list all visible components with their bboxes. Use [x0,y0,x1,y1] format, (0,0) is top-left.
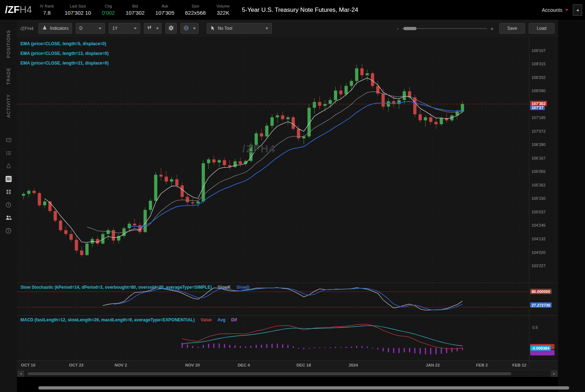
price-axis-label: 106'055 [532,169,546,174]
stat-value: 107'302 10 [65,10,91,16]
date-axis-row: OCT 10OCT 23NOV 2NOV 20DEC 4DEC 182024JA… [17,360,558,370]
macd-label[interactable]: MACD (fastLength=12, slowLength=26, macd… [20,317,195,322]
chart-monitor-icon[interactable] [5,136,13,144]
scrollbar-thumb[interactable] [28,372,511,375]
price-axis-label: 108'090 [532,89,546,93]
stochastic-label-row: Slow Stochastic (kPeriod=14, dPeriod=3, … [20,285,250,290]
price-axis-label: 109'107 [532,48,546,53]
chart-toolbar: /ZFH4 Indicators D 1Y [17,20,558,37]
price-axis-label: 103'227 [532,264,546,268]
macd-gridline-label: 0.5 [532,325,538,330]
macd-axis[interactable]: 0.5 -0.009384 [529,316,558,360]
sidebar-tab-positions[interactable]: POSITIONS [6,30,11,58]
date-axis-label: JAN 22 [426,363,440,367]
chart-type-dropdown[interactable] [144,23,162,34]
zoom-slider-handle[interactable] [404,27,416,30]
quote-header: /ZFH4 IV Rank 7.8 Last Size 107'302 10 C… [0,0,585,20]
sidebar-icons: ? [5,136,13,235]
date-axis-label: NOV 2 [115,363,127,367]
chevron-down-icon [193,28,196,29]
price-axis-label: 104'245 [532,223,546,227]
tool-label: No Tool [218,26,232,31]
macd-chart[interactable]: MACD (fastLength=12, slowLength=26, macd… [17,316,529,360]
chevron-down-icon [156,28,159,29]
scroll-right-button[interactable]: ▸ [551,371,557,377]
stat-chg: Chg 0'002 [102,4,115,16]
ema13-label[interactable]: EMA (price=CLOSE, length=13, displace=0) [20,49,109,58]
window-scrollbar-thumb[interactable] [38,386,569,389]
zoom-slider-track[interactable] [402,28,487,29]
save-button[interactable]: Save [499,23,525,34]
stat-size: Size 622x568 [185,4,206,16]
chevron-down-icon [565,9,569,11]
settings-button[interactable] [165,23,177,34]
zoom-out-button[interactable]: - [397,25,398,32]
date-axis[interactable]: OCT 10OCT 23NOV 2NOV 20DEC 4DEC 182024JA… [17,361,529,370]
ema21-label[interactable]: EMA (price=CLOSE, length=21, displace=0) [20,58,109,68]
clock-icon[interactable] [5,201,13,209]
header-right: Accounts ◂ [542,4,582,16]
instrument-title: 5-Year U.S. Treasury Note Futures, Mar-2… [242,6,358,14]
sidebar-tab-activity[interactable]: ACTIVITY [6,94,11,118]
load-label: Load [537,26,547,31]
accounts-dropdown[interactable]: Accounts [542,7,569,13]
date-axis-label: DEC 18 [297,363,311,367]
price-axis-label: 107'072 [532,129,546,133]
stochastic-axis[interactable]: 80.000000 27.272730 [529,283,558,315]
stochastic-panel-row: Slow Stochastic (kPeriod=14, dPeriod=3, … [17,283,558,315]
grid-squares-icon[interactable] [5,188,13,196]
symbol-title: /ZFH4 [5,4,32,15]
stochastic-chart[interactable]: Slow Stochastic (kPeriod=14, dPeriod=3, … [17,283,529,315]
price-axis-label: 108'202 [532,75,546,80]
indicators-label: Indicators [50,26,69,31]
date-axis-label: FEB 12 [512,363,526,367]
price-axis[interactable]: 107'27 107'302 109'107108'315108'202108'… [529,37,558,283]
price-chart[interactable]: EMA (price=CLOSE, length=5, displace=0) … [17,37,529,283]
stat-value: 622x568 [185,10,206,16]
stat-label: IV Rank [40,4,54,8]
zoom-control: - + [397,25,494,32]
drawing-tool-dropdown[interactable]: No Tool [207,23,272,34]
active-chart-grid-icon[interactable] [5,175,13,183]
range-value: 1Y [112,26,118,31]
scroll-left-button[interactable]: ◂ [18,371,24,377]
globe-grid-dropdown[interactable] [180,23,199,34]
stat-value: 322K [217,10,229,16]
ema5-label[interactable]: EMA (price=CLOSE, length=5, displace=0) [20,39,109,49]
date-axis-label: FEB 2 [476,363,488,367]
accounts-label: Accounts [542,7,562,13]
collapse-panel-button[interactable]: ◂ [573,4,582,16]
load-button[interactable]: Load [529,23,555,34]
sidebar-tab-trade[interactable]: TRADE [6,67,11,85]
left-sidebar: POSITIONS TRADE ACTIVITY [0,20,17,392]
list-icon[interactable] [5,149,13,157]
slowd-legend: SlowD [236,285,250,290]
save-label: Save [507,26,517,31]
toolbar-symbol: /ZFH4 [20,26,33,31]
help-icon[interactable]: ? [5,227,13,235]
chart-content: /ZFH4 Indicators D 1Y [17,20,558,392]
timeframe-dropdown[interactable]: D [76,23,105,34]
cursor-icon [210,25,215,32]
stat-label: Ask [161,4,168,8]
macd-value-legend: Value [200,317,212,322]
scrollbar-track[interactable] [25,372,550,376]
stat-last-size: Last Size 107'302 10 [65,4,91,16]
indicators-button[interactable]: Indicators [38,23,72,34]
chevron-down-icon [265,28,268,29]
stochastic-label[interactable]: Slow Stochastic (kPeriod=14, dPeriod=3, … [20,285,212,290]
range-dropdown[interactable]: 1Y [109,23,140,34]
people-icon[interactable] [5,214,13,222]
macd-label-row: MACD (fastLength=12, slowLength=26, macd… [20,317,237,322]
collapsed-right-panel [558,20,585,392]
beaker-icon[interactable] [5,162,13,170]
price-axis-label: 104'132 [532,237,546,241]
macd-purple-badge-sliver [530,350,555,355]
macd-value-badge: -0.009384 [530,345,551,351]
chevron-left-icon: ◂ [576,8,579,13]
stat-volume: Volume 322K [217,4,230,16]
globe-icon [183,25,189,32]
stat-value: 107'305 [155,10,174,16]
price-axis-label: 105'037 [532,210,546,214]
zoom-in-button[interactable]: + [490,25,494,32]
